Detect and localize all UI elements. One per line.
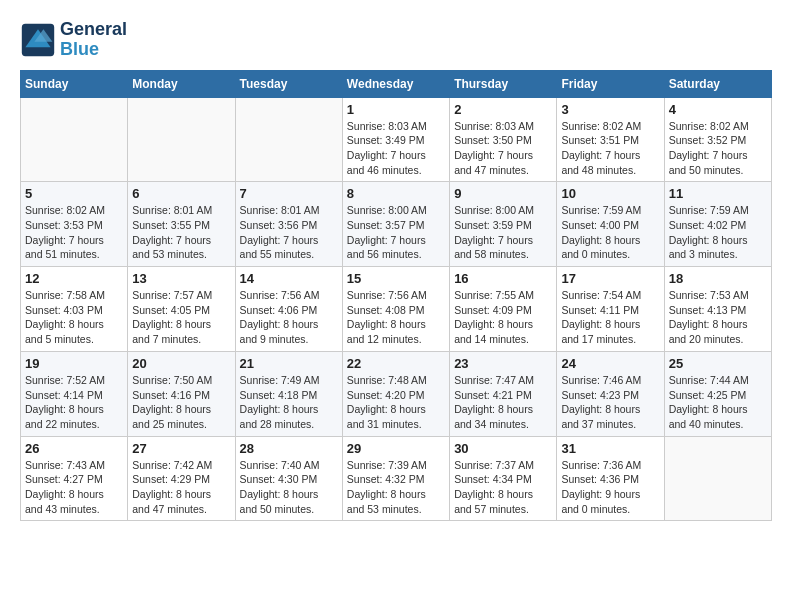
- day-info: Sunrise: 7:42 AM Sunset: 4:29 PM Dayligh…: [132, 458, 230, 517]
- day-info: Sunrise: 7:49 AM Sunset: 4:18 PM Dayligh…: [240, 373, 338, 432]
- calendar-header-row: SundayMondayTuesdayWednesdayThursdayFrid…: [21, 70, 772, 97]
- day-number: 15: [347, 271, 445, 286]
- day-info: Sunrise: 7:50 AM Sunset: 4:16 PM Dayligh…: [132, 373, 230, 432]
- calendar-cell: 19Sunrise: 7:52 AM Sunset: 4:14 PM Dayli…: [21, 351, 128, 436]
- day-number: 16: [454, 271, 552, 286]
- day-info: Sunrise: 7:36 AM Sunset: 4:36 PM Dayligh…: [561, 458, 659, 517]
- day-number: 7: [240, 186, 338, 201]
- calendar-cell: 6Sunrise: 8:01 AM Sunset: 3:55 PM Daylig…: [128, 182, 235, 267]
- calendar-cell: 18Sunrise: 7:53 AM Sunset: 4:13 PM Dayli…: [664, 267, 771, 352]
- weekday-header: Wednesday: [342, 70, 449, 97]
- day-info: Sunrise: 8:01 AM Sunset: 3:55 PM Dayligh…: [132, 203, 230, 262]
- calendar-cell: 1Sunrise: 8:03 AM Sunset: 3:49 PM Daylig…: [342, 97, 449, 182]
- weekday-header: Monday: [128, 70, 235, 97]
- calendar-cell: 29Sunrise: 7:39 AM Sunset: 4:32 PM Dayli…: [342, 436, 449, 521]
- day-info: Sunrise: 8:02 AM Sunset: 3:53 PM Dayligh…: [25, 203, 123, 262]
- day-info: Sunrise: 8:03 AM Sunset: 3:49 PM Dayligh…: [347, 119, 445, 178]
- day-info: Sunrise: 7:39 AM Sunset: 4:32 PM Dayligh…: [347, 458, 445, 517]
- day-number: 21: [240, 356, 338, 371]
- calendar-cell: 23Sunrise: 7:47 AM Sunset: 4:21 PM Dayli…: [450, 351, 557, 436]
- day-number: 11: [669, 186, 767, 201]
- weekday-header: Sunday: [21, 70, 128, 97]
- day-number: 23: [454, 356, 552, 371]
- day-info: Sunrise: 8:00 AM Sunset: 3:57 PM Dayligh…: [347, 203, 445, 262]
- calendar-cell: 3Sunrise: 8:02 AM Sunset: 3:51 PM Daylig…: [557, 97, 664, 182]
- page-header: General Blue: [20, 20, 772, 60]
- day-info: Sunrise: 7:48 AM Sunset: 4:20 PM Dayligh…: [347, 373, 445, 432]
- day-number: 1: [347, 102, 445, 117]
- day-number: 19: [25, 356, 123, 371]
- day-number: 4: [669, 102, 767, 117]
- day-info: Sunrise: 7:58 AM Sunset: 4:03 PM Dayligh…: [25, 288, 123, 347]
- day-number: 2: [454, 102, 552, 117]
- day-number: 13: [132, 271, 230, 286]
- calendar-table: SundayMondayTuesdayWednesdayThursdayFrid…: [20, 70, 772, 522]
- calendar-cell: 13Sunrise: 7:57 AM Sunset: 4:05 PM Dayli…: [128, 267, 235, 352]
- calendar-cell: 10Sunrise: 7:59 AM Sunset: 4:00 PM Dayli…: [557, 182, 664, 267]
- day-number: 10: [561, 186, 659, 201]
- logo-text: General Blue: [60, 20, 127, 60]
- day-number: 6: [132, 186, 230, 201]
- weekday-header: Friday: [557, 70, 664, 97]
- calendar-cell: 21Sunrise: 7:49 AM Sunset: 4:18 PM Dayli…: [235, 351, 342, 436]
- calendar-cell: [21, 97, 128, 182]
- day-number: 31: [561, 441, 659, 456]
- weekday-header: Tuesday: [235, 70, 342, 97]
- calendar-cell: 8Sunrise: 8:00 AM Sunset: 3:57 PM Daylig…: [342, 182, 449, 267]
- calendar-week-row: 1Sunrise: 8:03 AM Sunset: 3:49 PM Daylig…: [21, 97, 772, 182]
- day-info: Sunrise: 8:00 AM Sunset: 3:59 PM Dayligh…: [454, 203, 552, 262]
- day-info: Sunrise: 8:03 AM Sunset: 3:50 PM Dayligh…: [454, 119, 552, 178]
- calendar-cell: 16Sunrise: 7:55 AM Sunset: 4:09 PM Dayli…: [450, 267, 557, 352]
- day-number: 12: [25, 271, 123, 286]
- day-number: 3: [561, 102, 659, 117]
- calendar-cell: [664, 436, 771, 521]
- calendar-cell: 26Sunrise: 7:43 AM Sunset: 4:27 PM Dayli…: [21, 436, 128, 521]
- day-number: 25: [669, 356, 767, 371]
- calendar-cell: 20Sunrise: 7:50 AM Sunset: 4:16 PM Dayli…: [128, 351, 235, 436]
- calendar-cell: [235, 97, 342, 182]
- day-number: 28: [240, 441, 338, 456]
- calendar-cell: 2Sunrise: 8:03 AM Sunset: 3:50 PM Daylig…: [450, 97, 557, 182]
- day-number: 14: [240, 271, 338, 286]
- calendar-cell: 9Sunrise: 8:00 AM Sunset: 3:59 PM Daylig…: [450, 182, 557, 267]
- day-info: Sunrise: 8:02 AM Sunset: 3:51 PM Dayligh…: [561, 119, 659, 178]
- calendar-cell: 30Sunrise: 7:37 AM Sunset: 4:34 PM Dayli…: [450, 436, 557, 521]
- calendar-cell: 11Sunrise: 7:59 AM Sunset: 4:02 PM Dayli…: [664, 182, 771, 267]
- day-number: 5: [25, 186, 123, 201]
- day-info: Sunrise: 7:56 AM Sunset: 4:08 PM Dayligh…: [347, 288, 445, 347]
- day-number: 8: [347, 186, 445, 201]
- calendar-cell: 15Sunrise: 7:56 AM Sunset: 4:08 PM Dayli…: [342, 267, 449, 352]
- day-info: Sunrise: 7:46 AM Sunset: 4:23 PM Dayligh…: [561, 373, 659, 432]
- calendar-week-row: 12Sunrise: 7:58 AM Sunset: 4:03 PM Dayli…: [21, 267, 772, 352]
- calendar-cell: 5Sunrise: 8:02 AM Sunset: 3:53 PM Daylig…: [21, 182, 128, 267]
- weekday-header: Thursday: [450, 70, 557, 97]
- day-info: Sunrise: 7:53 AM Sunset: 4:13 PM Dayligh…: [669, 288, 767, 347]
- day-number: 20: [132, 356, 230, 371]
- day-info: Sunrise: 8:02 AM Sunset: 3:52 PM Dayligh…: [669, 119, 767, 178]
- calendar-cell: 22Sunrise: 7:48 AM Sunset: 4:20 PM Dayli…: [342, 351, 449, 436]
- logo-icon: [20, 22, 56, 58]
- calendar-cell: 12Sunrise: 7:58 AM Sunset: 4:03 PM Dayli…: [21, 267, 128, 352]
- day-info: Sunrise: 7:56 AM Sunset: 4:06 PM Dayligh…: [240, 288, 338, 347]
- logo: General Blue: [20, 20, 127, 60]
- weekday-header: Saturday: [664, 70, 771, 97]
- calendar-cell: 14Sunrise: 7:56 AM Sunset: 4:06 PM Dayli…: [235, 267, 342, 352]
- day-info: Sunrise: 7:54 AM Sunset: 4:11 PM Dayligh…: [561, 288, 659, 347]
- calendar-cell: 31Sunrise: 7:36 AM Sunset: 4:36 PM Dayli…: [557, 436, 664, 521]
- calendar-week-row: 5Sunrise: 8:02 AM Sunset: 3:53 PM Daylig…: [21, 182, 772, 267]
- day-number: 29: [347, 441, 445, 456]
- calendar-cell: 4Sunrise: 8:02 AM Sunset: 3:52 PM Daylig…: [664, 97, 771, 182]
- calendar-body: 1Sunrise: 8:03 AM Sunset: 3:49 PM Daylig…: [21, 97, 772, 521]
- day-number: 26: [25, 441, 123, 456]
- day-info: Sunrise: 7:52 AM Sunset: 4:14 PM Dayligh…: [25, 373, 123, 432]
- day-number: 30: [454, 441, 552, 456]
- day-info: Sunrise: 7:43 AM Sunset: 4:27 PM Dayligh…: [25, 458, 123, 517]
- day-info: Sunrise: 8:01 AM Sunset: 3:56 PM Dayligh…: [240, 203, 338, 262]
- day-info: Sunrise: 7:57 AM Sunset: 4:05 PM Dayligh…: [132, 288, 230, 347]
- calendar-cell: 27Sunrise: 7:42 AM Sunset: 4:29 PM Dayli…: [128, 436, 235, 521]
- day-number: 22: [347, 356, 445, 371]
- day-number: 24: [561, 356, 659, 371]
- calendar-cell: 7Sunrise: 8:01 AM Sunset: 3:56 PM Daylig…: [235, 182, 342, 267]
- calendar-week-row: 19Sunrise: 7:52 AM Sunset: 4:14 PM Dayli…: [21, 351, 772, 436]
- calendar-cell: 25Sunrise: 7:44 AM Sunset: 4:25 PM Dayli…: [664, 351, 771, 436]
